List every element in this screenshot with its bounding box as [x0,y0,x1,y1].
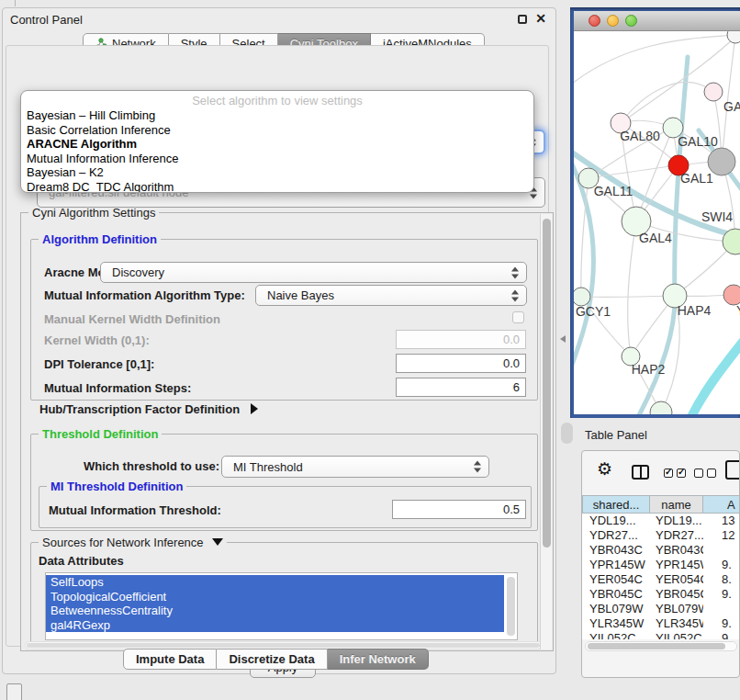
table-row[interactable]: YER054CYER054C8. [582,572,740,587]
settings-vertical-scrollbar[interactable] [540,214,552,649]
node-label: HAP2 [632,362,666,377]
table-row[interactable]: YIL052CYIL052C9 [582,631,740,639]
cyni-algorithm-settings-group: Cyni Algorithm Settings Algorithm Defini… [20,212,554,651]
attribute-item-selfloops[interactable]: SelfLoops [46,575,504,590]
float-window-icon[interactable] [518,15,527,24]
popup-item-dream8-dc-tdc-algorithm[interactable]: Dream8 DC_TDC Algorithm [21,180,533,194]
sources-title-text: Sources for Network Inference [42,536,204,549]
popup-item-bayesian-hill-climbing[interactable]: Bayesian – Hill Climbing [21,108,533,123]
teal-edge[interactable] [574,156,593,382]
cyni-toolbox-panel: gal-filtered.sif default node Select alg… [6,45,549,647]
mi-threshold-label: Mutual Information Threshold: [49,503,221,517]
column-chooser-icon[interactable] [632,465,649,480]
network-node-y[interactable] [723,285,740,305]
gear-icon[interactable]: ⚙ [597,460,612,479]
popup-item-bayesian-k2[interactable]: Bayesian – K2 [21,165,533,180]
threshold-definition-title: Threshold Definition [39,427,162,441]
table-cell: 8. [703,572,740,587]
dpi-tolerance-field[interactable]: 0.0 [396,354,526,373]
table-row[interactable]: YPR145WYPR145W9. [582,558,740,572]
aracne-mode-combobox[interactable]: Discovery [100,262,527,283]
manual-kernel-checkbox[interactable] [512,311,524,323]
cyan-edge[interactable] [690,333,740,414]
mi-threshold-field[interactable]: 0.5 [392,500,526,519]
gray-edge[interactable] [628,221,636,356]
hub-definition-label: Hub/Transcription Factor Definition [39,402,240,416]
gray-edge[interactable] [621,83,713,123]
table-row[interactable]: YLR345WYLR345W9. [582,616,740,631]
table-cell: 12 [703,528,740,543]
table-cell: YPR145W [582,558,650,572]
settings-vertical-scrollbar-thumb[interactable] [543,219,551,548]
network-view-titlebar[interactable] [574,11,740,31]
sources-group-title[interactable]: Sources for Network Inference [39,536,227,549]
table-header-row: shared...nameA [582,495,740,514]
table-cell: YPR145W [650,558,703,572]
tab-label: Impute Data [136,652,204,666]
which-threshold-combobox[interactable]: MI Threshold [221,456,489,478]
network-node[interactable] [708,148,735,175]
table-row[interactable]: YBR043CYBR043C [582,543,740,558]
node-label: GCY1 [576,304,611,319]
table-row[interactable]: YDL19...YDL19...13 [582,514,740,528]
mac-minimize-button[interactable] [607,15,619,27]
column-header-shared-[interactable]: shared... [582,495,650,514]
attribute-item-betweennesscentrality[interactable]: BetweennessCentrality [46,604,504,618]
table-cell: 13 [703,514,740,528]
network-node-gal[interactable] [704,83,723,101]
deselect-all-checkboxes-icon[interactable] [694,469,716,478]
network-node-gcy1[interactable] [574,288,590,306]
which-threshold-value: MI Threshold [233,460,303,474]
network-graph[interactable]: GALGAL80GAL10GAL1GAL11GAL4SWI4GCY1HAP4YH… [574,31,740,414]
table-cell: YIL052C [582,631,650,639]
select-all-checkboxes-icon[interactable] [664,469,686,478]
tab-label: Discretize Data [229,652,314,666]
gray-edge[interactable] [574,35,735,86]
table-cell [703,543,740,558]
expand-right-icon[interactable] [251,403,258,414]
split-pane-handle-icon[interactable] [560,335,566,343]
network-node[interactable] [727,31,740,43]
table-horizontal-scrollbar-thumb[interactable] [588,643,725,649]
column-header-a[interactable]: A [703,495,740,514]
attribute-item-gal4rgexp[interactable]: gal4RGexp [46,618,504,633]
table-panel-title: Table Panel [585,428,647,442]
collapse-down-icon[interactable] [212,538,223,546]
mi-type-combobox[interactable]: Naive Bayes [255,285,527,306]
table-row[interactable]: YBL079WYBL079W [582,602,740,616]
mi-type-value: Naive Bayes [267,288,334,302]
table-cell: YDL19... [582,514,650,528]
table-row[interactable]: YBR045CYBR045C9. [582,587,740,602]
algorithm-dropdown-popup: Select algorithm to view settings Bayesi… [20,90,534,193]
gray-edge[interactable] [722,35,735,162]
table-row[interactable]: YDR27...YDR27...12 [582,528,740,543]
tab-discretize-data[interactable]: Discretize Data [217,649,327,670]
data-attributes-list[interactable]: SelfLoopsTopologicalCoefficientBetweenne… [45,572,518,640]
hub-definition-row[interactable]: Hub/Transcription Factor Definition [39,402,258,416]
collapsed-panel-button[interactable] [6,683,22,700]
control-panel-window: Control Panel ✕ NetworkStyleSelectCyni T… [2,7,556,674]
close-icon[interactable]: ✕ [535,11,546,26]
side-scrollbar-thumb[interactable] [561,423,573,444]
network-node[interactable] [650,401,672,414]
tab-impute-data[interactable]: Impute Data [123,649,217,670]
mi-steps-field[interactable]: 6 [396,378,526,397]
popup-item-basic-correlation-inference[interactable]: Basic Correlation Inference [21,123,533,138]
table-body: YDL19...YDL19...13YDR27...YDR27...12YBR0… [582,514,740,639]
tab-infer-network[interactable]: Infer Network [328,649,429,670]
mac-close-button[interactable] [589,15,600,27]
attributes-scrollbar-thumb[interactable] [507,577,515,636]
kernel-width-field[interactable]: 0.0 [396,330,526,349]
node-label: HAP4 [678,303,712,318]
column-header-name[interactable]: name [650,495,703,514]
document-icon[interactable] [725,460,740,480]
popup-item-mutual-information-inference[interactable]: Mutual Information Inference [21,152,533,166]
sources-group: Sources for Network Inference Data Attri… [30,542,538,643]
checked-box-icon [664,469,673,478]
attribute-item-topologicalcoefficient[interactable]: TopologicalCoefficient [46,590,504,604]
table-horizontal-scrollbar[interactable] [585,641,737,651]
popup-item-aracne-algorithm[interactable]: ARACNE Algorithm [21,137,533,152]
mac-zoom-button[interactable] [625,15,637,27]
settings-horizontal-scrollbar-thumb[interactable] [27,643,540,648]
threshold-definition-group: Threshold Definition Which threshold to … [30,434,538,531]
